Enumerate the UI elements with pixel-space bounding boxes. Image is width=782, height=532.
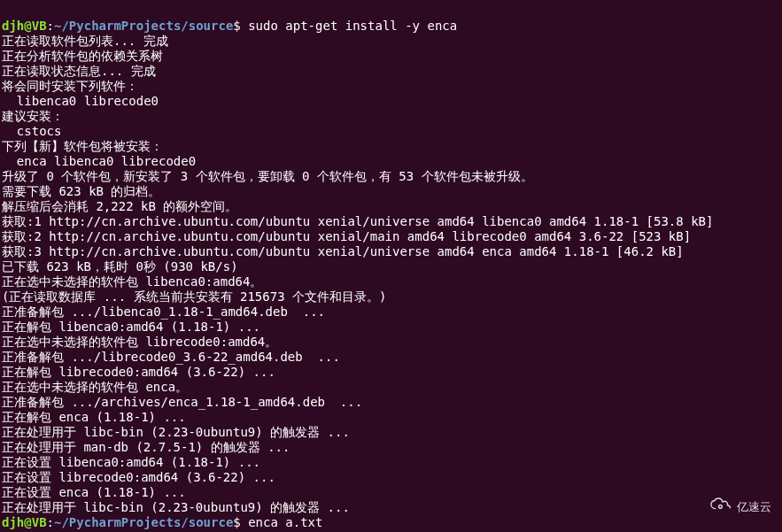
output-line: 获取:1 http://cn.archive.ubuntu.com/ubuntu…	[2, 214, 713, 228]
command-input: sudo apt-get install -y enca	[241, 19, 457, 33]
prompt-colon: :	[47, 515, 54, 529]
prompt-dollar: $	[233, 19, 240, 33]
output-line: 正在解包 librecode0:amd64 (3.6-22) ...	[2, 365, 275, 379]
prompt-path: ~/PycharmProjects/source	[54, 515, 233, 529]
output-line: 下列【新】软件包将被安装：	[2, 139, 163, 153]
output-line: 已下载 623 kB，耗时 0秒 (930 kB/s)	[2, 259, 238, 274]
prompt-user: djh@VB	[2, 19, 47, 33]
output-line: 正在处理用于 libc-bin (2.23-0ubuntu9) 的触发器 ...	[2, 425, 350, 439]
output-line: 获取:3 http://cn.archive.ubuntu.com/ubuntu…	[2, 244, 684, 258]
prompt-user: djh@VB	[2, 515, 47, 529]
prompt-path: ~/PycharmProjects/source	[54, 19, 233, 33]
cloud-icon	[708, 497, 733, 516]
output-line: 解压缩后会消耗 2,222 kB 的额外空间。	[2, 199, 237, 213]
output-line: 正在分析软件包的依赖关系树	[2, 49, 215, 63]
output-line: (正在读取数据库 ... 系统当前共安装有 215673 个文件和目录。)	[2, 289, 386, 304]
output-line: enca libenca0 librecode0	[2, 154, 196, 168]
output-line: 正在读取状态信息... 完成	[2, 64, 208, 78]
prompt-line-1: djh@VB:~/PycharmProjects/source$ sudo ap…	[2, 19, 457, 33]
output-line: 正在选中未选择的软件包 enca。	[2, 380, 188, 394]
output-line: 正在选中未选择的软件包 libenca0:amd64。	[2, 274, 262, 289]
output-line: 正准备解包 .../librecode0_3.6-22_amd64.deb ..…	[2, 350, 340, 364]
output-line: libenca0 librecode0	[2, 94, 159, 108]
output-line: 正准备解包 .../libenca0_1.18-1_amd64.deb ...	[2, 305, 325, 319]
output-line: 获取:2 http://cn.archive.ubuntu.com/ubuntu…	[2, 229, 691, 243]
output-line: 正在解包 libenca0:amd64 (1.18-1) ...	[2, 320, 260, 334]
output-line: 正在读取软件包列表... 完成	[2, 34, 168, 48]
output-line: 将会同时安装下列软件：	[2, 79, 138, 93]
output-line: 正在选中未选择的软件包 librecode0:amd64。	[2, 335, 277, 349]
output-line: 正准备解包 .../archives/enca_1.18-1_amd64.deb…	[2, 395, 362, 409]
prompt-dollar: $	[233, 515, 240, 529]
output-line: 正在处理用于 libc-bin (2.23-0ubuntu9) 的触发器 ...	[2, 500, 350, 514]
output-line: 正在设置 enca (1.18-1) ...	[2, 485, 186, 499]
svg-point-0	[719, 505, 723, 508]
prompt-colon: :	[47, 19, 54, 33]
command-input: enca a.txt	[241, 515, 323, 529]
output-line: 正在设置 libenca0:amd64 (1.18-1) ...	[2, 455, 260, 469]
terminal[interactable]: djh@VB:~/PycharmProjects/source$ sudo ap…	[2, 4, 780, 532]
prompt-line-2: djh@VB:~/PycharmProjects/source$ enca a.…	[2, 515, 322, 529]
watermark-text: 亿速云	[737, 499, 771, 514]
output-line: 建议安装：	[2, 109, 64, 123]
output-line: 升级了 0 个软件包，新安装了 3 个软件包，要卸载 0 个软件包，有 53 个…	[2, 169, 533, 183]
output-line: cstocs	[2, 124, 61, 138]
output-line: 正在设置 librecode0:amd64 (3.6-22) ...	[2, 470, 275, 484]
output-line: 需要下载 623 kB 的归档。	[2, 184, 160, 198]
output-line: 正在解包 enca (1.18-1) ...	[2, 410, 186, 424]
output-line: 正在处理用于 man-db (2.7.5-1) 的触发器 ...	[2, 440, 290, 454]
watermark: 亿速云	[708, 497, 771, 516]
